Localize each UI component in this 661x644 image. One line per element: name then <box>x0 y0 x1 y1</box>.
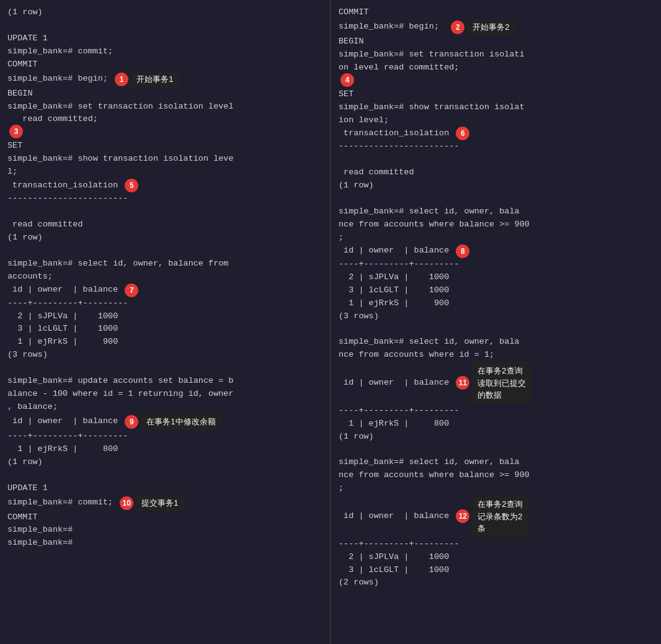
right-select3-row: id | owner | balance 12 在事务2查询记录条数为2条 <box>339 495 654 538</box>
tooltip-select2: 在事务2查询读取到已提交的数据 <box>471 362 532 405</box>
badge-7: 7 <box>125 284 138 297</box>
right-panel: COMMIT simple_bank=# begin; 2 开始事务2 BEGI… <box>331 0 661 644</box>
left-code: (1 row) UPDATE 1 simple_bank=# commit; C… <box>7 6 322 71</box>
right-code-5: ----+---------+--------- 1 | ejRrkS | 80… <box>339 405 654 495</box>
left-commit-row: simple_bank=# commit; 10 提交事务1 <box>7 495 322 511</box>
right-select1-row: id | owner | balance 8 <box>339 244 654 258</box>
left-begin-row: simple_bank=# begin; 1 开始事务1 <box>7 71 322 87</box>
badge-3: 3 <box>9 125 23 138</box>
right-select2-row: id | owner | balance 11 在事务2查询读取到已提交的数据 <box>339 362 654 405</box>
right-code-2: SET simple_bank=# show transaction isola… <box>339 88 654 127</box>
badge-8: 8 <box>456 244 469 258</box>
tooltip-update: 在事务1中修改余额 <box>140 414 221 430</box>
main-container: (1 row) UPDATE 1 simple_bank=# commit; C… <box>0 0 661 644</box>
badge-10: 10 <box>120 496 133 510</box>
left-line-3: simple_bank=# commit; <box>7 47 113 56</box>
left-code-5: ----+---------+--------- 2 | sJPLVa | 10… <box>7 297 322 414</box>
right-code-6: ----+---------+--------- 2 | sJPLVa | 10… <box>339 538 654 590</box>
tooltip-begin2: 开始事务2 <box>466 19 515 35</box>
right-transaction-isolation-row: transaction_isolation 6 <box>339 127 654 140</box>
left-line-2: UPDATE 1 <box>7 34 48 43</box>
badge-4: 4 <box>340 73 354 87</box>
tooltip-commit1: 提交事务1 <box>135 495 184 511</box>
left-transaction-isolation-row: transaction_isolation 5 <box>7 179 322 192</box>
left-code-7: COMMIT simple_bank=# simple_bank=# <box>7 511 322 550</box>
right-code-0: COMMIT <box>339 6 654 19</box>
left-code-3: SET simple_bank=# show transaction isola… <box>7 140 322 179</box>
left-line-0: (1 row) <box>7 7 43 17</box>
right-code-3: ------------------------ read committed … <box>339 140 654 244</box>
badge-1: 1 <box>115 73 128 86</box>
right-code-4: ----+---------+--------- 2 | sJPLVa | 10… <box>339 258 654 362</box>
left-code-4: ------------------------ read committed … <box>7 192 322 283</box>
badge-11: 11 <box>456 376 469 390</box>
right-begin-row: simple_bank=# begin; 2 开始事务2 <box>339 19 654 35</box>
tooltip-begin1: 开始事务1 <box>130 71 179 87</box>
badge-6: 6 <box>456 127 469 140</box>
left-line-4: COMMIT <box>7 60 38 69</box>
badge-2: 2 <box>451 20 464 34</box>
badge-5: 5 <box>125 179 138 192</box>
left-code-6: ----+---------+--------- 1 | ejRrkS | 80… <box>7 430 322 495</box>
tooltip-select3: 在事务2查询记录条数为2条 <box>471 495 528 538</box>
right-code-1: BEGIN simple_bank=# set transaction isol… <box>339 35 654 74</box>
left-panel: (1 row) UPDATE 1 simple_bank=# commit; C… <box>0 0 331 644</box>
left-code-2: BEGIN simple_bank=# set transaction isol… <box>7 87 322 127</box>
left-update-row: id | owner | balance 9 在事务1中修改余额 <box>7 414 322 430</box>
left-select-row: id | owner | balance 7 <box>7 284 322 297</box>
badge-12: 12 <box>456 509 469 523</box>
badge-9: 9 <box>125 415 138 429</box>
